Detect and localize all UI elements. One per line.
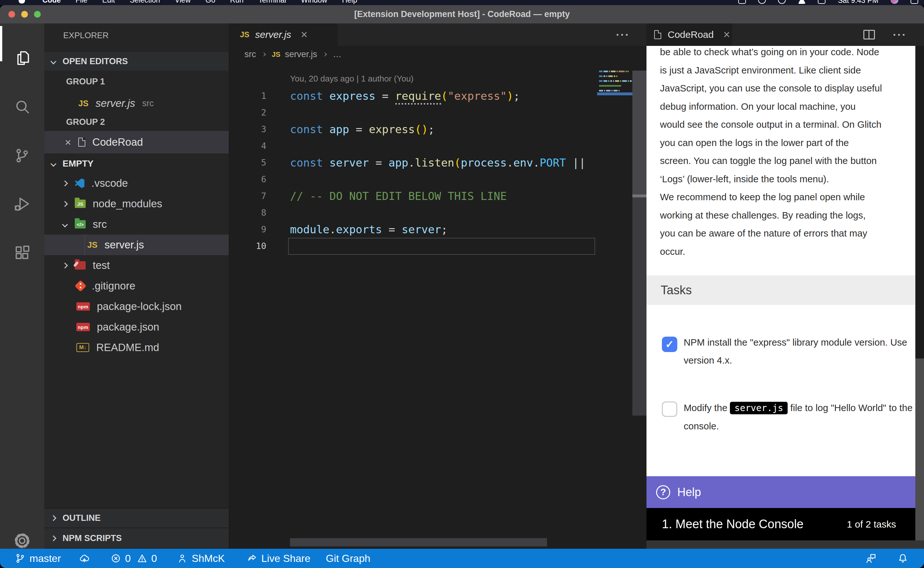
status-label: 0: [151, 553, 157, 565]
activity-run-debug[interactable]: [0, 186, 44, 221]
section-open-editors[interactable]: OPEN EDITORS: [44, 52, 229, 71]
menu-go[interactable]: Go: [205, 0, 215, 5]
minimap-seg: [611, 71, 616, 72]
code-token: listen: [415, 156, 454, 169]
webview-scrollbar-track[interactable]: [915, 46, 924, 358]
activity-search[interactable]: [0, 89, 44, 124]
section-npm-scripts[interactable]: NPM SCRIPTS: [44, 527, 229, 548]
control-center-icon[interactable]: [910, 0, 918, 4]
horizontal-scrollbar[interactable]: [290, 538, 547, 547]
editor-actions-more-icon[interactable]: ···: [616, 29, 630, 41]
status-git-graph[interactable]: Git Graph: [326, 553, 371, 565]
tree-item-package-lock-json[interactable]: npmpackage-lock.json: [44, 296, 229, 317]
tree-item-readme-md[interactable]: M↓README.md: [44, 337, 229, 358]
tab-coderoad[interactable]: CodeRoad ×: [647, 23, 732, 46]
close-icon[interactable]: ×: [65, 137, 71, 148]
open-editor-serverjs[interactable]: JS server.js src: [44, 92, 229, 114]
menu-help[interactable]: Help: [342, 0, 357, 5]
activity-source-control[interactable]: [0, 138, 44, 173]
siri-icon[interactable]: [891, 0, 898, 4]
breadcrumb-symbol[interactable]: …: [333, 50, 341, 59]
tree-item--vscode[interactable]: .vscode: [44, 173, 229, 193]
minimap[interactable]: [597, 63, 632, 549]
editor-tab-bar: JS server.js × ···: [229, 23, 647, 46]
webview-scrollbar-thumb[interactable]: [915, 358, 924, 541]
tree-item-node-modules[interactable]: JSnode_modules: [44, 193, 229, 214]
activity-explorer[interactable]: [0, 41, 44, 76]
minimap-seg: [606, 76, 607, 77]
tree-item--gitignore[interactable]: .gitignore: [44, 276, 229, 296]
scrollbar-thumb-bottom[interactable]: [632, 197, 647, 415]
code-editor[interactable]: You, 20 days ago | 1 author (You) 1const…: [229, 63, 647, 549]
section-workspace-empty[interactable]: EMPTY: [44, 153, 229, 174]
status-master[interactable]: master: [15, 553, 61, 565]
line-number: 8: [229, 204, 266, 221]
status-label: master: [30, 553, 61, 565]
editor-scrollbar[interactable]: [632, 63, 647, 549]
menu-file[interactable]: File: [76, 0, 87, 5]
minimap-seg: [599, 85, 621, 87]
shield-icon[interactable]: [758, 0, 766, 4]
status-feedback[interactable]: [865, 553, 880, 564]
explorer-icon: [14, 50, 30, 66]
activity-extensions[interactable]: [0, 235, 44, 270]
panel-actions-more-icon[interactable]: ···: [893, 29, 907, 41]
checkbox-checked[interactable]: ✓: [662, 337, 677, 352]
checkbox-unchecked[interactable]: [662, 402, 677, 417]
tree-item-test[interactable]: test: [44, 255, 229, 276]
battery-icon[interactable]: [818, 0, 826, 4]
play-icon[interactable]: [798, 0, 806, 4]
close-tab-icon[interactable]: ×: [723, 28, 730, 41]
menu-run[interactable]: Run: [230, 0, 244, 5]
scrollbar-thumb-top[interactable]: [632, 71, 647, 195]
help-question-icon: ?: [656, 485, 670, 499]
status-0[interactable]: 00: [110, 553, 157, 565]
code-line-1: const express = require("express");: [290, 88, 520, 104]
status-shmck[interactable]: ShMcK: [177, 553, 225, 565]
tree-item-package-json[interactable]: npmpackage.json: [44, 317, 229, 337]
status-cloud[interactable]: [79, 553, 94, 564]
breadcrumb-serverjs[interactable]: server.js: [285, 50, 317, 59]
menu-edit[interactable]: Edit: [102, 0, 115, 5]
split-editor-icon[interactable]: [863, 30, 875, 39]
minimap-seg: [606, 90, 611, 91]
tab-serverjs[interactable]: JS server.js ×: [229, 23, 338, 46]
minimap-seg: [613, 90, 618, 91]
close-tab-icon[interactable]: ×: [301, 28, 307, 41]
js-file-icon: JS: [240, 30, 249, 39]
privacy-icon[interactable]: [778, 0, 786, 4]
code-token: ;: [513, 89, 520, 103]
apple-menu-icon[interactable]: [19, 0, 25, 3]
section-outline[interactable]: OUTLINE: [44, 508, 229, 527]
help-section[interactable]: ? Help: [647, 476, 915, 508]
gitlens-annotation[interactable]: You, 20 days ago | 1 author (You): [290, 74, 413, 83]
lesson-text-line: is just a JavaScript environment. Like c…: [660, 61, 916, 80]
minimap-line: [599, 76, 617, 77]
tasks-header: Tasks: [647, 275, 915, 305]
tree-item-server-js[interactable]: JSserver.js: [44, 234, 229, 255]
clock-label[interactable]: Sat 9:43 PM: [838, 0, 879, 5]
scrollbar-divider[interactable]: [632, 195, 647, 197]
minimap-seg: [620, 80, 621, 82]
menu-window[interactable]: Window: [301, 0, 327, 5]
display-icon[interactable]: [738, 0, 746, 4]
menu-selection[interactable]: Selection: [130, 0, 160, 5]
file-icon: [78, 137, 85, 147]
chevron-right-icon: [262, 52, 266, 56]
menubar-items: CodeFileEditSelectionViewGoRunTerminalWi…: [42, 0, 372, 5]
menu-view[interactable]: View: [175, 0, 191, 5]
code-token: const: [290, 123, 330, 136]
line-number: 3: [229, 121, 266, 137]
tree-item-src[interactable]: </>src: [44, 214, 229, 234]
chevron-right-icon: [62, 201, 68, 207]
line-number: 7: [229, 188, 266, 204]
menu-terminal[interactable]: Terminal: [258, 0, 286, 5]
breadcrumb[interactable]: src JS server.js …: [229, 46, 647, 63]
status-live-share[interactable]: Live Share: [247, 553, 311, 565]
open-editor-coderoad[interactable]: × CodeRoad: [44, 131, 229, 153]
open-editors-group2: GROUP 2: [44, 116, 229, 127]
status-bell[interactable]: [897, 553, 912, 564]
menu-code[interactable]: Code: [42, 0, 61, 5]
breadcrumb-src[interactable]: src: [244, 50, 256, 59]
code-token: .: [330, 223, 336, 236]
